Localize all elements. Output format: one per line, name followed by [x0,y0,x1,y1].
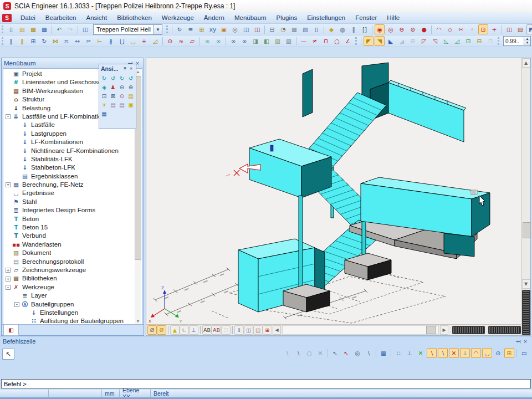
toolbar-grip[interactable] [2,25,3,33]
save-icon[interactable]: ▦ [28,24,38,34]
multicopy-icon[interactable]: ⊞ [28,36,38,46]
view-settings-icon[interactable]: ▦ [100,110,109,118]
curve-edit-icon[interactable]: ≈ [176,36,186,46]
hatch-icon[interactable]: ≠ [310,36,320,46]
tree-item[interactable]: ↓ Stahlbeton-LFK [3,163,135,172]
model-canvas[interactable]: X Y Z [146,58,521,326]
polyline-edit-icon[interactable]: ◿ [150,36,160,46]
tree-item[interactable]: ▤ Ergebnisklassen [3,172,135,181]
scale-icon[interactable]: ≍ [62,36,71,46]
brush-icon[interactable]: ▨ [273,36,283,46]
pan-wheel[interactable] [452,326,485,334]
tree-expander[interactable]: - [6,285,11,290]
camera-next-icon[interactable]: ▤ [118,101,126,109]
beam-snap-mid-icon[interactable]: ◣ [386,36,396,46]
toolbar-grip[interactable] [498,37,499,45]
scroll-up-icon[interactable]: ▲ [136,69,140,75]
line-grid-icon[interactable]: ⊥ [405,348,415,358]
table-window2-icon[interactable]: ◫ [252,24,262,34]
tree-item[interactable]: ≡ Layer [3,291,135,300]
menubaum-tab[interactable]: ◧ [3,325,19,336]
loads-display-icon[interactable]: ∟ [180,325,189,335]
snap-arc-icon[interactable]: ◡ [482,348,492,358]
brush2-icon[interactable]: ▨ [284,36,294,46]
profile-icon[interactable]: ⊓ [321,36,331,46]
select-curve-icon[interactable]: ◠ [434,24,444,34]
walk-mode-icon[interactable]: ♟ [109,83,117,91]
join-icon[interactable]: ⋃ [117,36,127,46]
cursor-snap-icon[interactable]: ▦ [378,348,388,358]
zoom-all-icon[interactable]: ⊠ [109,92,117,100]
delete-draw-icon[interactable]: ✕ [315,348,325,358]
chevron-down-icon[interactable]: ▼ [122,66,128,71]
light-toggle-icon[interactable]: ☀ [100,101,109,109]
chevron-down-icon[interactable]: ▼ [154,25,162,34]
menu-item[interactable]: Hilfe [382,13,405,22]
move-member-icon[interactable]: ‖ [6,36,16,46]
rotate-view-x-icon[interactable]: ↺ [109,74,117,83]
default-view-icon[interactable]: ◈ [100,83,109,91]
select-add-icon[interactable]: ◎ [386,24,396,34]
paste-icon[interactable]: ▣ [219,24,229,34]
tree-item[interactable]: ↓ LF-Kombinationen [3,138,135,146]
menu-item[interactable]: Bearbeiten [40,13,81,22]
menu-item[interactable]: Ansicht [81,13,112,22]
menu-item[interactable]: Menübaum [229,13,272,22]
tree-item[interactable]: T Beton 15 [3,223,135,232]
copy-member-icon[interactable]: ∥ [17,36,27,46]
select-by-property-icon[interactable]: ◉ [375,24,385,34]
zoom-in-icon[interactable]: ⊕ [127,83,135,91]
print-preview-icon[interactable]: ◔ [278,24,288,34]
scale-spinner[interactable]: 0.99.. ▲▼ [503,36,531,46]
zoom-wheel[interactable] [488,326,521,334]
search-icon[interactable]: ∞ [228,36,238,46]
menu-item[interactable]: Werkzeuge [157,13,199,22]
paste-properties-icon[interactable]: ◧ [262,36,272,46]
node-labels-icon[interactable]: AB [202,325,212,335]
trim-icon[interactable]: ✂ [84,36,94,46]
redo-icon[interactable]: ↷ [65,24,75,34]
snap-node-icon[interactable]: ⊙ [493,348,503,358]
horizontal-scrollbar-thumb[interactable] [426,326,436,334]
zoom-selection-icon[interactable]: ⊙ [118,92,126,100]
calculator-icon[interactable]: ▦ [289,24,299,34]
properties-table-icon[interactable]: ◫ [504,24,514,34]
tree-item[interactable]: + ▦ Berechnung, FE-Netz [3,181,135,189]
vertical-scrollbar-thumb[interactable] [523,222,531,238]
beam-snap-int2-icon[interactable]: ◿ [452,36,462,46]
center-icon[interactable]: + [489,24,499,34]
column-left[interactable] [299,196,303,295]
teamwork-icon[interactable]: ▤ [515,24,525,34]
select-all-icon[interactable]: ● [419,24,429,34]
supports-display-icon[interactable]: ⊥ [189,325,198,335]
tree-item[interactable]: - Ⓐ Bauteilgruppen [3,300,135,309]
spin-down-icon[interactable]: ▼ [524,41,530,45]
scroll-down-button[interactable]: ▼ [522,279,530,289]
menu-item[interactable]: Ändern [199,13,229,22]
zoom-out-icon[interactable]: ⊖ [118,83,126,91]
select-workplane-icon[interactable]: ⊡ [478,24,488,34]
rotate-wheel[interactable] [522,290,530,335]
command-input[interactable]: Befehl > [1,379,531,388]
dot-grid-icon[interactable]: ∷ [221,325,231,335]
rotate-member-icon[interactable]: ↻ [39,36,49,46]
select-remove-icon[interactable]: ⊖ [397,24,407,34]
tree-item[interactable]: ↓ Nichtlineare LF-Kombinationen [3,147,135,155]
beam-snap-face-icon[interactable]: ⊡ [463,36,473,46]
cursor-select-icon[interactable]: ◎ [352,348,362,358]
tree-item[interactable]: ⚑ Stahl [3,198,135,206]
menu-item[interactable]: Datei [16,13,40,22]
vertical-scrollbar[interactable] [523,68,530,279]
menu-item[interactable]: Einstellungen [302,13,350,22]
snap-orthogonal-icon[interactable]: ⊥ [460,348,470,358]
menu-item[interactable]: Bibliotheken [112,13,157,22]
status-plane[interactable]: Ebene XY [120,390,151,397]
line-node-icon[interactable]: ∖ [364,348,374,358]
zoom-document-icon[interactable]: ◍ [337,24,347,34]
document-icon[interactable]: ▯ [311,24,321,34]
dot-grid-snap-icon[interactable]: ∷ [393,348,403,358]
tree-expander[interactable]: + [6,277,11,282]
rotate-view-z-icon[interactable]: ↺ [127,74,135,83]
scroll-down-icon[interactable]: ▼ [136,319,140,324]
fillet-icon[interactable]: ◡ [128,36,138,46]
